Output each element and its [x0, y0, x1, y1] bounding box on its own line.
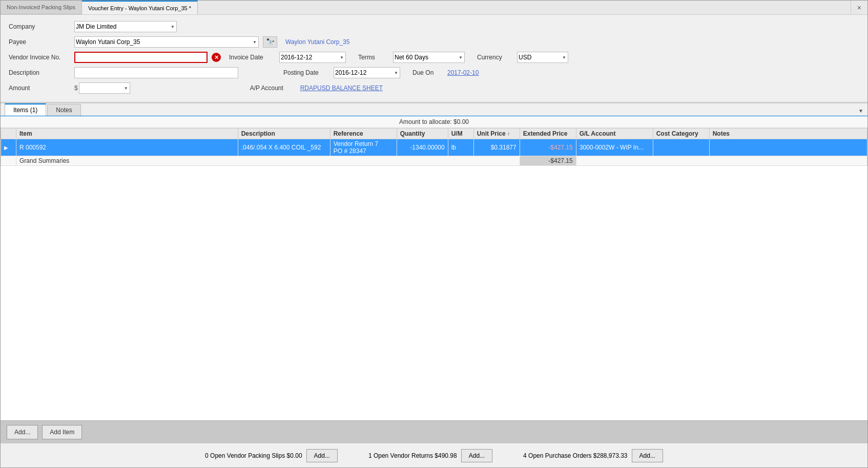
vendor-invoice-row: Vendor Invoice No. ✕ Invoice Date 2016-1… — [9, 52, 859, 63]
row-cost-category — [653, 139, 709, 156]
terms-label: Terms — [358, 54, 389, 61]
quantity-header: Quantity — [397, 129, 448, 139]
extended-price-header: Extended Price — [520, 129, 576, 139]
gl-account-header: G/L Account — [576, 129, 653, 139]
tabs-section: Items (1) Notes ▼ Amount to allocate: $0… — [1, 102, 867, 420]
gs-total: -$427.15 — [520, 156, 576, 166]
um-header: U/M — [448, 129, 473, 139]
row-quantity: -1340.00000 — [397, 139, 448, 156]
posting-date-select[interactable]: 2016-12-12 — [334, 67, 400, 78]
vendor-packing-slips-text: 0 Open Vendor Packing Slips $0.00 — [205, 452, 302, 459]
row-notes — [709, 139, 867, 156]
gs-label: Grand Summaries — [16, 156, 520, 166]
footer-toolbar: Add... Add Item — [1, 420, 867, 443]
table-section: Amount to allocate: $0.00 Item Descripti… — [1, 116, 867, 420]
description-label: Description — [9, 69, 70, 76]
vendor-invoice-input[interactable] — [74, 52, 208, 63]
vendor-packing-slips-add-button[interactable]: Add... — [306, 449, 338, 462]
ap-account-label: A/P Account — [250, 84, 296, 92]
posting-date-label: Posting Date — [283, 69, 329, 76]
currency-wrapper: USD — [517, 52, 568, 63]
currency-select[interactable]: USD — [517, 52, 568, 63]
tab-notes[interactable]: Notes — [47, 104, 80, 116]
row-gl-account: 3000-0002W - WIP In... — [576, 139, 653, 156]
row-extended-price: -$427.15 — [520, 139, 576, 156]
company-label: Company — [9, 23, 70, 30]
invoice-date-label: Invoice Date — [229, 54, 275, 61]
vendor-returns-status: 1 Open Vendor Returns $490.98 Add... — [368, 449, 492, 462]
item-header: Item — [16, 129, 238, 139]
terms-wrapper: Net 60 Days — [393, 52, 465, 63]
terms-select[interactable]: Net 60 Days — [393, 52, 465, 63]
description-input[interactable] — [74, 67, 238, 78]
purchase-orders-status: 4 Open Purchase Orders $288,973.33 Add..… — [523, 449, 663, 462]
row-description: .046/.054 X 6.400 COIL _592 — [238, 139, 330, 156]
vendor-invoice-error-icon: ✕ — [212, 53, 221, 62]
amount-input[interactable]: -427.15 — [79, 82, 130, 94]
row-um: lb — [448, 139, 473, 156]
purchase-orders-text: 4 Open Purchase Orders $288,973.33 — [523, 452, 627, 459]
due-on-value: 2017-02-10 — [447, 69, 479, 76]
company-select[interactable]: JM Die Limited — [74, 21, 177, 32]
payee-select[interactable]: Waylon Yutani Corp_35 — [74, 36, 259, 48]
tab-arrow: ▼ — [858, 108, 863, 116]
allocate-bar: Amount to allocate: $0.00 — [1, 116, 867, 128]
row-reference: Vendor Return 7 PO # 28347 — [330, 139, 397, 156]
notes-header: Notes — [709, 129, 867, 139]
amount-label: Amount — [9, 84, 70, 92]
invoice-date-select[interactable]: 2016-12-12 — [279, 52, 346, 63]
due-on-label: Due On — [412, 69, 443, 76]
payee-search-button[interactable]: 🔭 — [263, 36, 277, 48]
row-expand[interactable]: ▶ — [1, 139, 16, 156]
add-button[interactable]: Add... — [7, 425, 38, 439]
vendor-invoice-label: Vendor Invoice No. — [9, 54, 70, 61]
vendor-returns-text: 1 Open Vendor Returns $490.98 — [368, 452, 457, 459]
main-window: Non-Invoiced Packing Slips Voucher Entry… — [0, 0, 868, 468]
payee-label: Payee — [9, 38, 70, 46]
purchase-orders-add-button[interactable]: Add... — [632, 449, 663, 462]
title-bar: Non-Invoiced Packing Slips Voucher Entry… — [1, 1, 867, 15]
form-area: Company JM Die Limited Payee Waylon Yuta… — [1, 15, 867, 102]
description-header: Description — [238, 129, 330, 139]
close-button[interactable]: × — [851, 1, 867, 14]
currency-label: Currency — [477, 54, 513, 61]
ap-account-value[interactable]: RDAPUSD BALANCE SHEET — [300, 84, 383, 92]
table-header-row: Item Description Reference Quantity U/M … — [1, 129, 867, 139]
amount-field: $ -427.15 — [74, 82, 130, 94]
unit-price-header: Unit Price ↑ — [473, 129, 520, 139]
amount-row: Amount $ -427.15 A/P Account RDAPUSD BAL… — [9, 82, 859, 94]
payee-row: Payee Waylon Yutani Corp_35 🔭 Waylon Yut… — [9, 36, 859, 48]
tab-items[interactable]: Items (1) — [5, 103, 46, 116]
vendor-packing-slips-status: 0 Open Vendor Packing Slips $0.00 Add... — [205, 449, 338, 462]
tab-non-invoiced[interactable]: Non-Invoiced Packing Slips — [1, 1, 82, 14]
amount-wrapper: -427.15 — [79, 82, 130, 94]
row-unit-price: $0.31877 — [473, 139, 520, 156]
tab-voucher-entry[interactable]: Voucher Entry - Waylon Yutani Corp_35 * — [82, 1, 198, 14]
gs-expand — [1, 156, 16, 166]
amount-prefix: $ — [74, 84, 78, 92]
company-row: Company JM Die Limited — [9, 21, 859, 32]
grand-summaries-row: Grand Summaries -$427.15 — [1, 156, 867, 166]
vendor-returns-add-button[interactable]: Add... — [461, 449, 492, 462]
gs-empty — [576, 156, 867, 166]
expand-col-header — [1, 129, 16, 139]
tab-bar: Items (1) Notes ▼ — [1, 103, 867, 116]
cost-category-header: Cost Category — [653, 129, 709, 139]
table-row[interactable]: ▶ R 000592 .046/.054 X 6.400 COIL _592 V… — [1, 139, 867, 156]
payee-name-display: Waylon Yutani Corp_35 — [285, 38, 349, 46]
items-table: Item Description Reference Quantity U/M … — [1, 128, 867, 166]
status-bar: 0 Open Vendor Packing Slips $0.00 Add...… — [1, 443, 867, 467]
add-item-button[interactable]: Add Item — [42, 425, 82, 439]
description-row: Description Posting Date 2016-12-12 Due … — [9, 67, 859, 78]
row-item: R 000592 — [16, 139, 238, 156]
payee-select-wrapper: Waylon Yutani Corp_35 — [74, 36, 259, 48]
invoice-date-wrapper: 2016-12-12 — [279, 52, 346, 63]
reference-header: Reference — [330, 129, 397, 139]
posting-date-wrapper: 2016-12-12 — [334, 67, 400, 78]
company-select-wrapper: JM Die Limited — [74, 21, 177, 32]
